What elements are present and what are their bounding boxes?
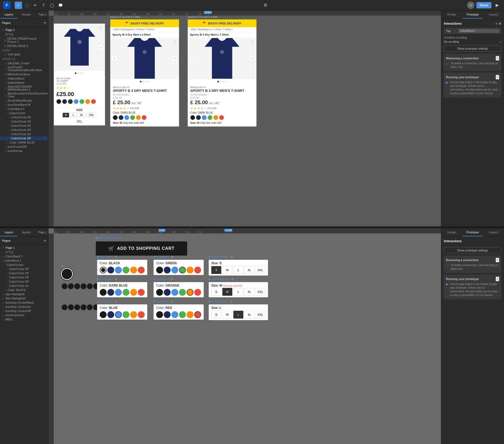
layer-color-band-2[interactable]: ▭ Color/Band 2: [0, 107, 48, 111]
sizeL-btn-s[interactable]: S: [211, 311, 221, 319]
band2-swatch-orange[interactable]: [130, 289, 137, 296]
swatch-dark[interactable]: [68, 99, 73, 104]
page-item-1-bottom[interactable]: ✓ Page 1: [0, 245, 48, 250]
layer-detail-page-product[interactable]: ⊞ DETAIL PAGE/Product Picture 2: [0, 36, 48, 44]
swatch-red[interactable]: [91, 99, 96, 104]
layer-button-secondary[interactable]: ▭ Button/SECONDARY BAR/Notifications 3: [0, 85, 48, 92]
settings-icon[interactable]: ⚙: [262, 2, 269, 9]
sizeS-btn-m[interactable]: M: [222, 266, 232, 274]
band6-swatch-green[interactable]: [179, 311, 186, 318]
nav-right-3[interactable]: ›: [249, 55, 255, 61]
show-prototype-btn-bottom[interactable]: Show prototype settings: [444, 247, 501, 253]
band5-swatch-blue[interactable]: [171, 289, 178, 296]
band3-swatch-red[interactable]: [138, 311, 145, 318]
swatch-blue[interactable]: [74, 99, 78, 104]
nav-arrow-right-1[interactable]: ›: [98, 44, 104, 50]
add-page-button[interactable]: +: [44, 20, 46, 25]
add-to-cart-button[interactable]: 🛒 ADD TO SHOPPING CART: [96, 241, 187, 256]
interaction-settings-icon[interactable]: ⚙: [498, 22, 501, 26]
size-xxl-1[interactable]: XXL: [87, 113, 96, 118]
size-m-1[interactable]: M: [62, 113, 69, 118]
band3-swatch-black[interactable]: [100, 311, 107, 318]
band2-swatch-green[interactable]: [123, 289, 129, 296]
band3-swatch-darkblue[interactable]: [107, 311, 114, 318]
band5-swatch-darkblue[interactable]: [164, 289, 171, 296]
band6-swatch-orange[interactable]: [187, 311, 193, 318]
tab-prototype-bottom[interactable]: Prototype: [462, 228, 483, 236]
close-running-button-bottom[interactable]: ✕: [496, 277, 499, 281]
tab-assets-top[interactable]: Assets: [18, 10, 35, 19]
comment-tool[interactable]: 💬: [57, 2, 64, 9]
swatch-f3-darkblue[interactable]: [196, 115, 201, 120]
tab-inspect-bottom[interactable]: Inspect: [483, 228, 504, 236]
size-l-1[interactable]: L: [70, 113, 77, 118]
layer-cuore-on-b[interactable]: ▭ Icon/Cuore/On: [0, 313, 48, 317]
sizeL-btn-xl[interactable]: XL: [244, 311, 254, 319]
band5-swatch-black[interactable]: [156, 289, 163, 296]
band5-swatch-green[interactable]: [179, 289, 186, 296]
layer-icon-freccia[interactable]: ▭ Icon/freccia: [0, 149, 48, 153]
band1-swatch-green[interactable]: [123, 267, 129, 273]
layer-color-band-2-b[interactable]: ▭ Color/Band 2: [0, 254, 48, 258]
swatch-green[interactable]: [80, 99, 84, 104]
layer-circle-off-3[interactable]: ○ Color/Circle Off: [0, 124, 48, 128]
layer-menu-accordions[interactable]: ⊞ MENUAccordions: [0, 72, 48, 76]
layer-color-circles-b[interactable]: ○ Color/Circles: [0, 263, 48, 267]
layer-circle-on[interactable]: ○ Color/Circle On: [0, 132, 48, 136]
sizeS-btn-xl[interactable]: XL: [244, 266, 254, 274]
layer-color-black-b[interactable]: ▭ Color: BLACK: [0, 288, 48, 292]
close-removing-button[interactable]: ✕: [496, 56, 499, 61]
share-button[interactable]: Share: [476, 2, 491, 8]
layer-circle-off-b3[interactable]: ○ Color/Circle Off: [0, 275, 48, 279]
layer-color-band-1-b[interactable]: ▾ Color/Band 1: [0, 258, 48, 263]
frame-tool[interactable]: ⬚: [23, 2, 30, 9]
sizeM-btn-xl[interactable]: XL: [244, 288, 254, 296]
size-xl-1[interactable]: XL: [78, 113, 86, 118]
pen-tool[interactable]: ✒: [32, 2, 39, 9]
text-tool[interactable]: T: [40, 2, 47, 9]
band2-swatch-black[interactable]: [100, 289, 107, 296]
tab-inspect-top[interactable]: Inspect: [483, 10, 504, 19]
close-removing-button-bottom[interactable]: ✕: [496, 258, 499, 262]
band2-swatch-darkblue[interactable]: [107, 289, 114, 296]
band3-swatch-blue[interactable]: [115, 311, 122, 318]
band5-swatch-orange[interactable]: [187, 289, 193, 296]
swatch-f2-blue[interactable]: [124, 115, 129, 120]
show-prototype-btn-top[interactable]: Show prototype settings: [444, 45, 501, 52]
band4-swatch-black[interactable]: [156, 267, 163, 273]
add-interaction-button[interactable]: +: [495, 22, 497, 26]
band5-swatch-red[interactable]: [194, 289, 201, 296]
heart-button-2[interactable]: ♡: [173, 39, 177, 45]
layer-gallery-1[interactable]: ▭ Gallery/Band: [0, 76, 48, 81]
sizeM-btn-m[interactable]: M: [222, 288, 232, 296]
sizeL-btn-xxl[interactable]: XXL: [255, 311, 265, 319]
swatch-f3-green[interactable]: [208, 115, 212, 120]
layer-gallery-2[interactable]: ▭ Gallery/Band: [0, 81, 48, 85]
tab-layers-top[interactable]: Layers: [0, 10, 18, 19]
layer-icon-cuore-off[interactable]: ▭ Icon/Cuore/Off: [0, 145, 48, 149]
layer-img-circles-band-b[interactable]: ▭ Icon/Img Circles/Band: [0, 300, 48, 305]
layer-color-circles[interactable]: ○ Color/Circles: [0, 111, 48, 115]
swatch-f2-darkblue[interactable]: [119, 115, 123, 120]
layer-menu-accordions-tiles[interactable]: ▭ MenuAccordions/Tiles/Descrizione Close: [0, 92, 48, 98]
band1-swatch-red[interactable]: [138, 267, 145, 273]
tab-assets-bottom[interactable]: Assets: [18, 228, 35, 236]
layer-circle-off-2[interactable]: ○ Color/Circle Off: [0, 119, 48, 124]
layer-top-bar[interactable]: ▭ TOP BAR: [0, 52, 48, 57]
move-tool[interactable]: ↖: [15, 2, 22, 9]
swatch-f3-blue[interactable]: [202, 115, 207, 120]
swatch-f2-red[interactable]: [142, 115, 146, 120]
layer-icon-product[interactable]: ▭ Icon/Product Characteristics/Benefits …: [0, 65, 48, 72]
band6-swatch-darkblue[interactable]: [164, 311, 171, 318]
swatch-f3-red[interactable]: [219, 115, 224, 120]
band3-swatch-orange[interactable]: [130, 311, 137, 318]
sizeM-btn-l[interactable]: L: [233, 288, 243, 296]
interaction-target[interactable]: Color/Band 1: [459, 29, 499, 33]
layer-img-circles-on-b[interactable]: ▭ Icon/Img Circles/On: [0, 305, 48, 309]
layer-circle-off-b1[interactable]: ○ Color/Circle Off: [0, 267, 48, 271]
sizeS-btn-s[interactable]: S: [211, 266, 221, 274]
band4-swatch-orange[interactable]: [187, 267, 193, 273]
sizeS-btn-xxl[interactable]: XXL: [255, 266, 265, 274]
swatch-f2-orange[interactable]: [136, 115, 141, 120]
layer-star-full-b[interactable]: ▭ Star Rating/full: [0, 292, 48, 296]
